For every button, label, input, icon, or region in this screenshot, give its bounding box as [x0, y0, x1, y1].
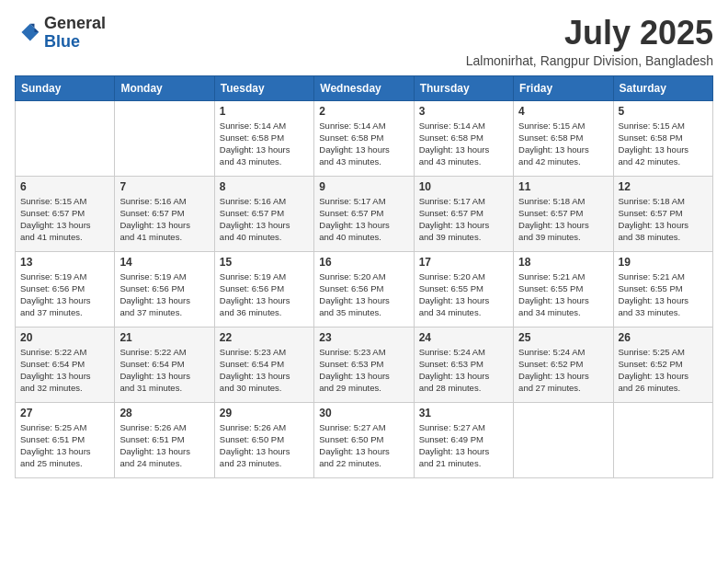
- calendar-cell: 8Sunrise: 5:16 AMSunset: 6:57 PMDaylight…: [214, 176, 313, 251]
- day-info: Sunrise: 5:19 AMSunset: 6:56 PMDaylight:…: [119, 270, 209, 319]
- calendar-cell: [613, 402, 712, 477]
- day-number: 6: [20, 180, 109, 193]
- day-number: 29: [220, 407, 309, 419]
- day-number: 9: [319, 180, 408, 193]
- calendar-cell: 29Sunrise: 5:26 AMSunset: 6:50 PMDayligh…: [214, 402, 313, 477]
- day-info: Sunrise: 5:25 AMSunset: 6:52 PMDaylight:…: [619, 346, 708, 395]
- weekday-header-row: SundayMondayTuesdayWednesdayThursdayFrid…: [16, 75, 713, 100]
- weekday-header: Sunday: [16, 75, 115, 100]
- day-info: Sunrise: 5:23 AMSunset: 6:54 PMDaylight:…: [220, 346, 309, 395]
- day-number: 20: [20, 331, 109, 344]
- calendar-cell: 22Sunrise: 5:23 AMSunset: 6:54 PMDayligh…: [214, 327, 313, 402]
- calendar-cell: 26Sunrise: 5:25 AMSunset: 6:52 PMDayligh…: [613, 327, 712, 402]
- day-number: 3: [419, 105, 508, 118]
- day-info: Sunrise: 5:14 AMSunset: 6:58 PMDaylight:…: [319, 120, 408, 168]
- day-info: Sunrise: 5:27 AMSunset: 6:50 PMDaylight:…: [319, 421, 408, 470]
- day-number: 8: [220, 180, 309, 193]
- day-info: Sunrise: 5:21 AMSunset: 6:55 PMDaylight:…: [619, 270, 708, 319]
- calendar-cell: 27Sunrise: 5:25 AMSunset: 6:51 PMDayligh…: [16, 402, 115, 477]
- day-number: 16: [319, 256, 408, 269]
- day-number: 21: [119, 331, 209, 344]
- weekday-header: Thursday: [414, 75, 513, 100]
- calendar-cell: 13Sunrise: 5:19 AMSunset: 6:56 PMDayligh…: [16, 251, 115, 327]
- day-number: 27: [20, 407, 109, 419]
- calendar-cell: 19Sunrise: 5:21 AMSunset: 6:55 PMDayligh…: [613, 251, 712, 327]
- calendar-cell: 24Sunrise: 5:24 AMSunset: 6:53 PMDayligh…: [414, 327, 513, 402]
- page-header: General Blue July 2025 Lalmonirhat, Rang…: [15, 15, 713, 68]
- day-info: Sunrise: 5:22 AMSunset: 6:54 PMDaylight:…: [119, 346, 209, 395]
- logo-text: General Blue: [44, 15, 106, 52]
- day-number: 19: [619, 256, 708, 269]
- calendar-week-row: 20Sunrise: 5:22 AMSunset: 6:54 PMDayligh…: [16, 327, 713, 402]
- day-info: Sunrise: 5:18 AMSunset: 6:57 PMDaylight:…: [518, 195, 608, 244]
- day-number: 24: [419, 331, 508, 344]
- calendar-cell: 3Sunrise: 5:14 AMSunset: 6:58 PMDaylight…: [414, 100, 513, 176]
- calendar-table: SundayMondayTuesdayWednesdayThursdayFrid…: [15, 75, 713, 478]
- day-number: 7: [119, 180, 209, 193]
- weekday-header: Wednesday: [314, 75, 414, 100]
- day-number: 31: [419, 407, 508, 419]
- day-number: 11: [518, 180, 608, 193]
- calendar-cell: 12Sunrise: 5:18 AMSunset: 6:57 PMDayligh…: [613, 176, 712, 251]
- calendar-cell: 9Sunrise: 5:17 AMSunset: 6:57 PMDaylight…: [314, 176, 414, 251]
- logo: General Blue: [15, 15, 106, 52]
- weekday-header: Friday: [514, 75, 613, 100]
- day-info: Sunrise: 5:20 AMSunset: 6:56 PMDaylight:…: [319, 270, 408, 319]
- day-number: 28: [119, 407, 209, 419]
- day-number: 17: [419, 256, 508, 269]
- weekday-header: Monday: [115, 75, 214, 100]
- calendar-week-row: 6Sunrise: 5:15 AMSunset: 6:57 PMDaylight…: [16, 176, 713, 251]
- day-number: 13: [20, 256, 109, 269]
- day-info: Sunrise: 5:26 AMSunset: 6:51 PMDaylight:…: [119, 421, 209, 470]
- day-number: 26: [619, 331, 708, 344]
- day-number: 18: [518, 256, 608, 269]
- day-number: 22: [220, 331, 309, 344]
- calendar-week-row: 1Sunrise: 5:14 AMSunset: 6:58 PMDaylight…: [16, 100, 713, 176]
- day-number: 1: [220, 105, 309, 118]
- calendar-cell: [115, 100, 214, 176]
- day-number: 15: [220, 256, 309, 269]
- day-info: Sunrise: 5:19 AMSunset: 6:56 PMDaylight:…: [20, 270, 109, 319]
- day-info: Sunrise: 5:22 AMSunset: 6:54 PMDaylight:…: [20, 346, 109, 395]
- day-info: Sunrise: 5:24 AMSunset: 6:53 PMDaylight:…: [419, 346, 508, 395]
- calendar-cell: 28Sunrise: 5:26 AMSunset: 6:51 PMDayligh…: [115, 402, 214, 477]
- day-number: 23: [319, 331, 408, 344]
- day-info: Sunrise: 5:15 AMSunset: 6:58 PMDaylight:…: [619, 120, 708, 168]
- calendar-cell: 1Sunrise: 5:14 AMSunset: 6:58 PMDaylight…: [214, 100, 313, 176]
- calendar-cell: 21Sunrise: 5:22 AMSunset: 6:54 PMDayligh…: [115, 327, 214, 402]
- calendar-cell: [16, 100, 115, 176]
- calendar-cell: 30Sunrise: 5:27 AMSunset: 6:50 PMDayligh…: [314, 402, 414, 477]
- calendar-cell: 18Sunrise: 5:21 AMSunset: 6:55 PMDayligh…: [514, 251, 613, 327]
- calendar-cell: 10Sunrise: 5:17 AMSunset: 6:57 PMDayligh…: [414, 176, 513, 251]
- weekday-header: Tuesday: [214, 75, 313, 100]
- day-number: 2: [319, 105, 408, 118]
- calendar-cell: 7Sunrise: 5:16 AMSunset: 6:57 PMDaylight…: [115, 176, 214, 251]
- day-info: Sunrise: 5:24 AMSunset: 6:52 PMDaylight:…: [518, 346, 608, 395]
- day-number: 25: [518, 331, 608, 344]
- calendar-cell: 11Sunrise: 5:18 AMSunset: 6:57 PMDayligh…: [514, 176, 613, 251]
- calendar-cell: 16Sunrise: 5:20 AMSunset: 6:56 PMDayligh…: [314, 251, 414, 327]
- day-info: Sunrise: 5:16 AMSunset: 6:57 PMDaylight:…: [220, 195, 309, 244]
- day-info: Sunrise: 5:16 AMSunset: 6:57 PMDaylight:…: [119, 195, 209, 244]
- calendar-cell: 4Sunrise: 5:15 AMSunset: 6:58 PMDaylight…: [514, 100, 613, 176]
- calendar-cell: 25Sunrise: 5:24 AMSunset: 6:52 PMDayligh…: [514, 327, 613, 402]
- day-info: Sunrise: 5:14 AMSunset: 6:58 PMDaylight:…: [220, 120, 309, 168]
- day-info: Sunrise: 5:17 AMSunset: 6:57 PMDaylight:…: [319, 195, 408, 244]
- day-info: Sunrise: 5:15 AMSunset: 6:57 PMDaylight:…: [20, 195, 109, 244]
- day-info: Sunrise: 5:27 AMSunset: 6:49 PMDaylight:…: [419, 421, 508, 470]
- day-info: Sunrise: 5:20 AMSunset: 6:55 PMDaylight:…: [419, 270, 508, 319]
- calendar-cell: 20Sunrise: 5:22 AMSunset: 6:54 PMDayligh…: [16, 327, 115, 402]
- day-info: Sunrise: 5:19 AMSunset: 6:56 PMDaylight:…: [220, 270, 309, 319]
- day-info: Sunrise: 5:23 AMSunset: 6:53 PMDaylight:…: [319, 346, 408, 395]
- calendar-cell: 5Sunrise: 5:15 AMSunset: 6:58 PMDaylight…: [613, 100, 712, 176]
- calendar-cell: [514, 402, 613, 477]
- title-block: July 2025 Lalmonirhat, Rangpur Division,…: [466, 15, 713, 68]
- calendar-cell: 15Sunrise: 5:19 AMSunset: 6:56 PMDayligh…: [214, 251, 313, 327]
- day-info: Sunrise: 5:17 AMSunset: 6:57 PMDaylight:…: [419, 195, 508, 244]
- location: Lalmonirhat, Rangpur Division, Banglades…: [466, 53, 713, 68]
- calendar-cell: 17Sunrise: 5:20 AMSunset: 6:55 PMDayligh…: [414, 251, 513, 327]
- logo-icon: [15, 20, 40, 46]
- day-number: 4: [518, 105, 608, 118]
- calendar-cell: 31Sunrise: 5:27 AMSunset: 6:49 PMDayligh…: [414, 402, 513, 477]
- day-number: 30: [319, 407, 408, 419]
